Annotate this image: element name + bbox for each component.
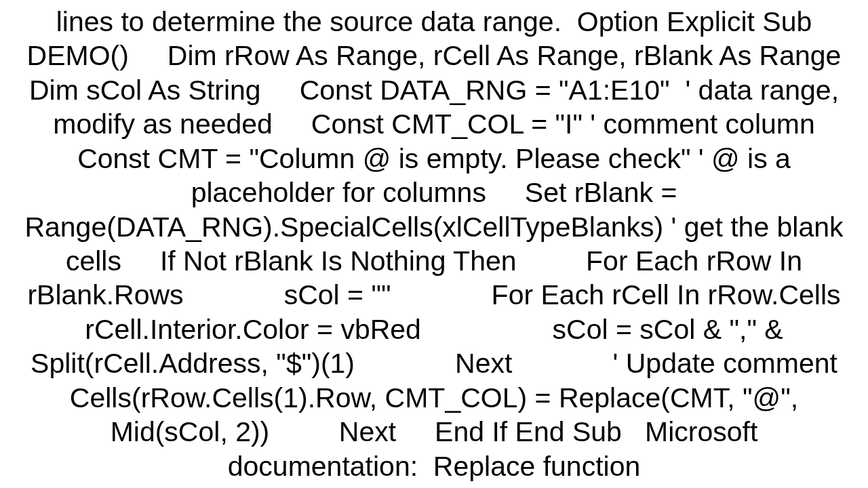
code-text-block: lines to determine the source data range… — [14, 5, 854, 483]
